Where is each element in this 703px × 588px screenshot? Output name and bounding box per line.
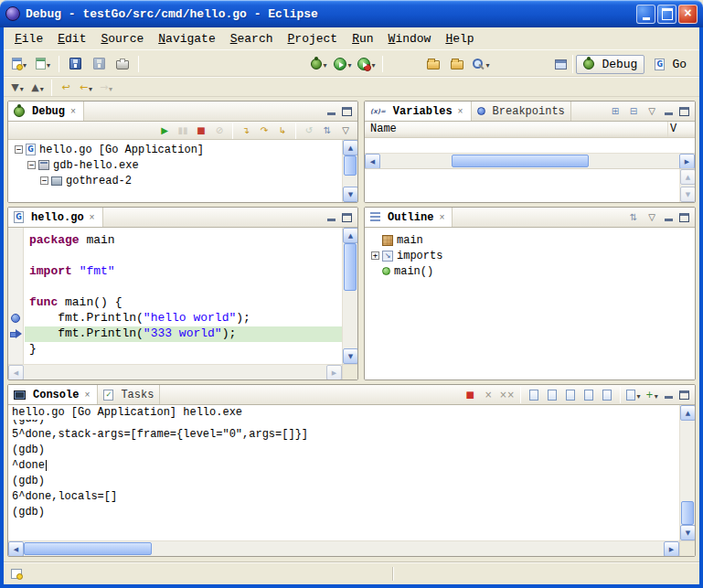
tab-console[interactable]: Console	[8, 385, 98, 404]
detail-vertical-scrollbar[interactable]	[679, 169, 695, 202]
dropdown-arrow-icon[interactable]	[636, 387, 640, 403]
perspective-debug-button[interactable]: Debug	[576, 55, 644, 74]
dropdown-arrow-icon[interactable]	[23, 56, 27, 72]
title-bar[interactable]: Debug - testGo/src/cmd/hello.go - Eclips…	[0, 0, 703, 27]
dropdown-arrow-icon[interactable]	[47, 56, 50, 72]
scroll-left-icon[interactable]	[365, 154, 380, 169]
new-go-element-button[interactable]	[32, 53, 54, 75]
minimize-view-icon[interactable]	[662, 389, 676, 401]
tree-item[interactable]: +imports	[365, 248, 695, 263]
tree-item[interactable]: −gdb-hello.exe	[8, 157, 342, 173]
menu-source[interactable]: Source	[93, 30, 151, 48]
tree-item[interactable]: main()	[365, 263, 695, 279]
open-perspective-button[interactable]	[551, 55, 570, 73]
dropdown-arrow-icon[interactable]	[20, 80, 24, 96]
maximize-view-icon[interactable]	[340, 211, 354, 224]
sort-button[interactable]: ⇅	[625, 209, 642, 226]
expander-icon[interactable]: −	[27, 161, 36, 169]
scroll-right-icon[interactable]	[326, 365, 342, 380]
expander-icon[interactable]: −	[15, 145, 23, 154]
code-line[interactable]: import "fmt"	[25, 264, 342, 280]
editor-vertical-scrollbar[interactable]	[342, 228, 357, 364]
debug-vertical-scrollbar[interactable]	[342, 140, 357, 202]
console-vertical-scrollbar[interactable]	[679, 405, 695, 540]
scroll-right-icon[interactable]	[679, 154, 695, 169]
menu-edit[interactable]: Edit	[50, 30, 93, 48]
scrollbar-thumb[interactable]	[344, 155, 357, 176]
tab-debug[interactable]: Debug	[8, 102, 84, 121]
tab-breakpoints[interactable]: Breakpoints	[472, 102, 571, 121]
tab-outline[interactable]: Outline	[365, 208, 453, 227]
show-on-stderr-button[interactable]	[581, 387, 597, 403]
step-return-button[interactable]: ↳	[274, 123, 291, 138]
code-line[interactable]: fmt.Println("333 world");	[25, 326, 342, 342]
suspend-button[interactable]: ▮▮	[175, 123, 191, 138]
column-value[interactable]: V	[668, 122, 695, 137]
close-tab-icon[interactable]	[88, 211, 97, 224]
scroll-up-icon[interactable]	[680, 169, 696, 185]
scroll-left-icon[interactable]	[8, 541, 24, 557]
menu-navigate[interactable]: Navigate	[151, 30, 222, 48]
scroll-up-icon[interactable]	[343, 228, 358, 243]
dropdown-arrow-icon[interactable]	[655, 387, 658, 403]
code-line[interactable]	[25, 280, 342, 295]
menu-window[interactable]: Window	[381, 30, 439, 48]
last-edit-location-button[interactable]: ↩	[57, 79, 75, 96]
minimize-view-icon[interactable]	[662, 105, 676, 118]
external-tools-button[interactable]	[356, 53, 378, 75]
breakpoint-marker[interactable]	[11, 314, 20, 323]
scroll-lock-button[interactable]	[544, 387, 560, 403]
menu-search[interactable]: Search	[223, 30, 281, 48]
step-into-button[interactable]: ↴	[238, 123, 254, 138]
close-tab-icon[interactable]	[82, 389, 91, 401]
tab-tasks[interactable]: Tasks	[98, 385, 160, 404]
step-over-button[interactable]: ↷	[256, 123, 272, 138]
display-selected-console-button[interactable]	[625, 387, 642, 403]
view-menu-button[interactable]: ▽	[337, 123, 354, 138]
close-tab-icon[interactable]	[69, 105, 78, 118]
minimize-view-icon[interactable]	[325, 211, 338, 224]
console-horizontal-scrollbar[interactable]	[8, 540, 679, 556]
run-button[interactable]	[332, 53, 354, 75]
maximize-view-icon[interactable]	[677, 211, 691, 224]
close-button[interactable]	[678, 5, 698, 24]
drop-to-frame-button[interactable]: ↺	[301, 123, 317, 138]
fast-view-icon[interactable]	[11, 569, 22, 579]
variables-detail-pane[interactable]	[365, 168, 695, 202]
scroll-down-icon[interactable]	[343, 348, 358, 364]
remove-all-launches-button[interactable]: ××	[498, 387, 516, 403]
minimize-view-icon[interactable]	[325, 105, 338, 118]
dropdown-arrow-icon[interactable]	[371, 56, 375, 72]
open-plugin-artifact-button[interactable]	[422, 53, 444, 75]
tree-item[interactable]: main	[365, 232, 695, 248]
dropdown-arrow-icon[interactable]	[109, 80, 112, 96]
scroll-up-icon[interactable]	[343, 140, 358, 155]
pin-console-button[interactable]	[599, 387, 615, 403]
editor-horizontal-scrollbar[interactable]	[8, 364, 342, 380]
next-annotation-button[interactable]: ▼	[8, 79, 27, 96]
menu-project[interactable]: Project	[281, 30, 346, 48]
minimize-view-icon[interactable]	[662, 211, 676, 224]
resume-button[interactable]: ▶	[156, 123, 173, 138]
forward-button[interactable]: →	[97, 79, 115, 96]
remove-launch-button[interactable]: ×	[480, 387, 496, 403]
dropdown-arrow-icon[interactable]	[323, 56, 326, 72]
console-output-area[interactable]: (gdb)5^done,stack-args=[frame={level="0"…	[8, 420, 679, 540]
use-step-filters-button[interactable]: ⇅	[319, 123, 336, 138]
close-tab-icon[interactable]	[437, 211, 446, 224]
collapse-all-button[interactable]: ⊟	[625, 103, 642, 120]
scroll-left-icon[interactable]	[8, 365, 24, 380]
scroll-right-icon[interactable]	[664, 541, 679, 557]
variables-horizontal-scrollbar[interactable]	[365, 153, 695, 168]
variables-tree[interactable]	[365, 138, 695, 153]
clear-console-button[interactable]	[526, 387, 542, 403]
new-wizard-button[interactable]	[8, 53, 30, 75]
code-line[interactable]: package main	[25, 233, 342, 249]
terminate-button[interactable]: ■	[462, 387, 478, 403]
save-button[interactable]	[64, 53, 86, 75]
close-tab-icon[interactable]	[456, 105, 465, 118]
open-resource-button[interactable]	[446, 53, 468, 75]
tab-variables[interactable]: Variables	[365, 102, 472, 121]
scroll-down-icon[interactable]	[680, 187, 696, 202]
code-line[interactable]: fmt.Println("hello world");	[25, 311, 342, 326]
